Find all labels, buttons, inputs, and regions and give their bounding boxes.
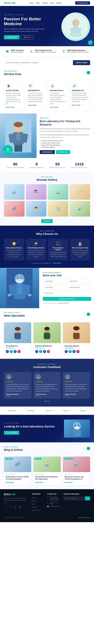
footer-link-privacy[interactable]: Privacy Policy — [32, 510, 40, 511]
blog-next-button[interactable]: › — [87, 447, 90, 450]
why-card-support: 🎧 24/7 Customer Support Our dedicated su… — [48, 239, 68, 260]
feedback-dot-2[interactable] — [46, 401, 48, 402]
specialist-1-facebook-icon[interactable]: f — [6, 350, 9, 353]
blog-prev-button[interactable]: ‹ — [82, 447, 86, 450]
book-phone-input[interactable] — [43, 285, 66, 290]
specialist-2-instagram-icon[interactable]: ig — [47, 350, 50, 353]
why-section: WHY CHOOSE US Why Choose Us ⭐ High Quali… — [0, 226, 94, 268]
partner-logo-2[interactable]: ThePwa — [27, 410, 34, 412]
specialist-photo-1 — [4, 322, 31, 343]
footer-linkedin-icon[interactable]: in — [13, 505, 17, 509]
specialist-2-twitter-icon[interactable]: t — [39, 350, 42, 353]
nav-contact[interactable]: Contact — [56, 2, 61, 4]
blog-link-2[interactable]: READ MORE — [35, 482, 43, 483]
why-tag-highlight[interactable]: VIEW MORE + — [53, 262, 62, 264]
gallery-img-7: 🩺 — [48, 201, 68, 216]
specialist-card-3: Savannah Nguyen Medical Analyst f t in i… — [63, 322, 90, 355]
service-card-histo: 🔬 HISTOMATOLOGY Comprehensive histomatol… — [48, 81, 68, 111]
lab-buttons: APPOINTMENT CONTACT US — [40, 150, 91, 154]
hero-appointment-button[interactable]: APPOINTMENT — [4, 35, 20, 39]
blog-img-3: 🧪 RESEARCH — [63, 456, 90, 472]
footer-link-blog[interactable]: Blog — [32, 503, 34, 505]
services-next-button[interactable]: › — [87, 71, 90, 74]
hero-arrow-button[interactable]: › — [88, 40, 90, 41]
book-submit-button[interactable]: BOOK APPOINTMENT — [43, 297, 91, 301]
service-biochem-link[interactable]: READ MORE — [28, 104, 36, 106]
cta-button[interactable]: CALL US NOW — [4, 431, 19, 435]
service-biochem-name: BIOCHEMISTRY — [28, 90, 44, 92]
footer-email-input[interactable] — [64, 496, 85, 500]
specialist-name-2: Cameron Williamson — [35, 345, 59, 347]
why-quality-name: High Quality Process — [6, 247, 22, 249]
why-expert-icon: 👨‍⚕️ — [72, 241, 88, 246]
gallery-item-3: 🧫 — [48, 184, 68, 200]
cta-image — [64, 420, 90, 438]
hero-image: › — [61, 12, 90, 41]
feedback-card-1: 👩 ★★★★★ Excellent laboratory services! T… — [4, 372, 31, 399]
footer-logo: BIOXLAB — [4, 493, 29, 496]
gallery-view-all-button[interactable]: VIEW ALL — [41, 219, 53, 223]
hero-text-block: WELCOME TO BIOXLAB Passion For Better Me… — [4, 14, 46, 39]
footer-link-contact[interactable]: Contact — [32, 506, 36, 508]
specialist-3-linkedin-icon[interactable]: in — [72, 350, 76, 353]
services-prev-button[interactable]: ‹ — [82, 71, 86, 74]
specialist-1-twitter-icon[interactable]: t — [10, 350, 13, 353]
nav-blog[interactable]: Blog — [51, 2, 54, 4]
cta-label: VISIT OUR CLINIC — [4, 422, 55, 424]
blog-link-3[interactable]: READ MORE — [65, 482, 73, 483]
specialists-title: Meet Specialist — [4, 314, 25, 318]
specialist-1-linkedin-icon[interactable]: in — [14, 350, 17, 353]
specialist-3-twitter-icon[interactable]: t — [69, 350, 72, 353]
footer-instagram-icon[interactable]: ig — [18, 505, 22, 509]
book-email-input[interactable] — [68, 279, 91, 284]
footer-subscribe-button[interactable]: → — [85, 496, 90, 500]
footer-twitter-icon[interactable]: t — [9, 505, 12, 509]
nav-about[interactable]: About — [36, 2, 40, 4]
partner-logo-1[interactable]: Bithmex — [9, 410, 16, 412]
hero-about-button[interactable]: ABOUT US — [21, 35, 34, 39]
footer-link-about[interactable]: About Us — [32, 497, 37, 498]
partner-logo-5[interactable]: Agum — [80, 410, 85, 412]
specialists-prev-button[interactable]: ‹ — [82, 312, 86, 316]
cta-section: VISIT OUR CLINIC Looking for a best labo… — [0, 415, 94, 442]
footer-facebook-icon[interactable]: f — [4, 505, 8, 509]
lab-appointment-button[interactable]: APPOINTMENT — [40, 150, 55, 154]
footer-link-services[interactable]: Services — [32, 500, 37, 502]
specialists-next-button[interactable]: › — [87, 312, 90, 316]
feedback-name-1: Darlene Robertson — [6, 394, 29, 395]
service-histo-link[interactable]: READ MORE — [50, 107, 59, 108]
specialist-3-facebook-icon[interactable]: f — [65, 350, 68, 353]
cta-illustration — [68, 421, 86, 436]
specialist-2-facebook-icon[interactable]: f — [35, 350, 38, 353]
book-name-input[interactable] — [43, 279, 66, 284]
service-micro-link[interactable]: READ MORE — [72, 104, 80, 106]
cta-title: Looking for a best laboratory Service — [4, 425, 55, 428]
service-blood-link[interactable]: READ MORE — [6, 107, 15, 108]
feedback-label: CUSTOMER FEEDBACK — [4, 364, 90, 365]
specialist-1-instagram-icon[interactable]: ig — [18, 350, 21, 353]
search-button[interactable]: SEARCH HERE — [73, 60, 90, 65]
blog-card-2: 🔬 HEALTH February 3, 2024 Driving Data-D… — [33, 456, 61, 486]
feedback-dot-1[interactable] — [45, 401, 46, 402]
why-quality-icon: ⭐ — [6, 241, 22, 246]
specialist-2-linkedin-icon[interactable]: in — [43, 350, 46, 353]
feedback-dot-3[interactable] — [48, 401, 49, 402]
book-phone-link[interactable]: +60 012-345 6789 — [58, 302, 68, 304]
blog-header: BLOG & ARTICLE Blog & Article ‹ › — [4, 446, 90, 454]
footer-credit-link[interactable]: Designed By Theme — [78, 517, 90, 518]
feedback-avatar-3: 👩 — [65, 374, 70, 380]
book-service-input[interactable] — [68, 285, 91, 290]
lab-contact-button[interactable]: CONTACT US — [56, 150, 70, 154]
book-date-input[interactable] — [43, 291, 91, 296]
search-input[interactable] — [4, 60, 73, 65]
partner-logo-3[interactable]: Perher — [45, 410, 52, 412]
feedback-text-2: The team is very knowledgeable and helpf… — [36, 383, 59, 392]
nav-services[interactable]: Services — [42, 2, 48, 4]
partner-logo-4[interactable]: Figuro — [63, 410, 69, 412]
blog-link-1[interactable]: READ MORE — [6, 482, 14, 483]
specialist-3-instagram-icon[interactable]: ig — [76, 350, 79, 353]
nav-home[interactable]: Home — [29, 2, 33, 4]
stat-quality-icon: 🏆 — [62, 49, 66, 53]
nav-cta-button[interactable]: Get Appointment — [75, 1, 90, 5]
hero-description: We are committed to provide our customer… — [4, 28, 46, 32]
